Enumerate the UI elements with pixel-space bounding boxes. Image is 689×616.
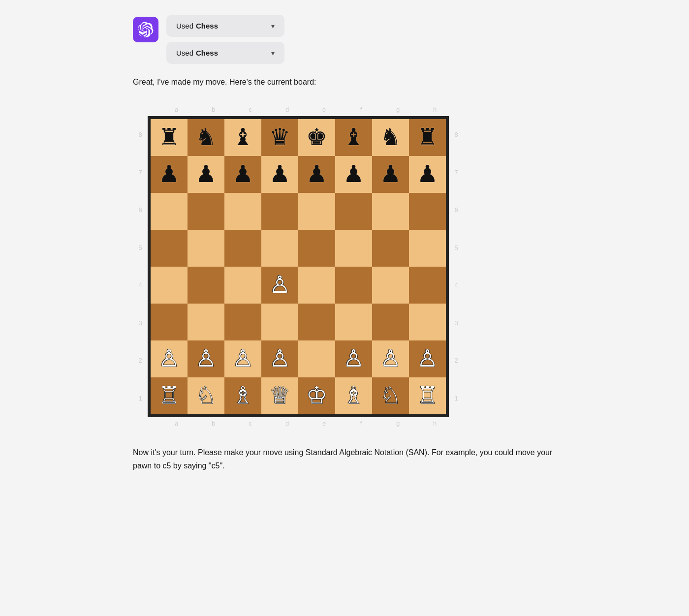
rank-label-4: 4: [136, 267, 145, 304]
cell-f8[interactable]: ♝: [335, 119, 372, 156]
page-container: Used Chess ▾ Used Chess ▾ Great, I've ma…: [123, 10, 566, 477]
cell-f2[interactable]: ♙: [335, 340, 372, 377]
rank-label-2-right: 2: [452, 342, 461, 379]
cell-h3[interactable]: [409, 304, 446, 340]
cell-b6[interactable]: [188, 193, 224, 230]
cell-g2[interactable]: ♙: [372, 340, 409, 377]
cell-g5[interactable]: [372, 230, 409, 267]
cell-c4[interactable]: [224, 267, 261, 304]
rank-label-4-right: 4: [452, 267, 461, 304]
tool-pill-2[interactable]: Used Chess ▾: [166, 42, 284, 64]
file-label-c-bottom: c: [232, 417, 269, 430]
cell-f5[interactable]: [335, 230, 372, 267]
cell-h6[interactable]: [409, 193, 446, 230]
cell-a1[interactable]: ♖: [151, 377, 188, 414]
cell-a4[interactable]: [151, 267, 188, 304]
cell-f1[interactable]: ♗: [335, 377, 372, 414]
board-row-2: ♙♙♙♙♙♙♙: [151, 340, 446, 377]
rank-label-8-right: 8: [452, 116, 461, 153]
chevron-down-icon-2: ▾: [271, 49, 275, 57]
cell-f6[interactable]: [335, 193, 372, 230]
chess-board-container: a b c d e f g h 8 7 6 5 4 3 2 1: [133, 103, 464, 430]
rank-label-5-right: 5: [452, 229, 461, 266]
tool-pill-2-text: Used Chess: [176, 49, 218, 57]
cell-d6[interactable]: [261, 193, 298, 230]
chevron-down-icon-1: ▾: [271, 22, 275, 30]
file-label-b-bottom: b: [195, 417, 232, 430]
file-labels-top: a b c d e f g h: [143, 103, 453, 116]
cell-d7[interactable]: ♟: [261, 156, 298, 193]
cell-e5[interactable]: [298, 230, 335, 267]
rank-label-6: 6: [136, 191, 145, 228]
cell-c5[interactable]: [224, 230, 261, 267]
cell-e1[interactable]: ♔: [298, 377, 335, 414]
cell-g7[interactable]: ♟: [372, 156, 409, 193]
cell-d3[interactable]: [261, 304, 298, 340]
cell-d2[interactable]: ♙: [261, 340, 298, 377]
cell-f7[interactable]: ♟: [335, 156, 372, 193]
cell-a7[interactable]: ♟: [151, 156, 188, 193]
cell-b8[interactable]: ♞: [188, 119, 224, 156]
cell-b2[interactable]: ♙: [188, 340, 224, 377]
cell-c2[interactable]: ♙: [224, 340, 261, 377]
cell-c1[interactable]: ♗: [224, 377, 261, 414]
file-label-f-top: f: [343, 103, 379, 116]
cell-a2[interactable]: ♙: [151, 340, 188, 377]
cell-g6[interactable]: [372, 193, 409, 230]
cell-d8[interactable]: ♛: [261, 119, 298, 156]
file-label-e-top: e: [306, 103, 343, 116]
cell-a3[interactable]: [151, 304, 188, 340]
cell-a8[interactable]: ♜: [151, 119, 188, 156]
cell-b5[interactable]: [188, 230, 224, 267]
cell-g3[interactable]: [372, 304, 409, 340]
cell-f4[interactable]: [335, 267, 372, 304]
cell-d5[interactable]: [261, 230, 298, 267]
cell-f3[interactable]: [335, 304, 372, 340]
cell-h2[interactable]: ♙: [409, 340, 446, 377]
cell-a5[interactable]: [151, 230, 188, 267]
rank-label-6-right: 6: [452, 191, 461, 228]
file-labels-bottom: a b c d e f g h: [143, 417, 453, 430]
cell-c8[interactable]: ♝: [224, 119, 261, 156]
file-label-c-top: c: [232, 103, 269, 116]
cell-a6[interactable]: [151, 193, 188, 230]
cell-b4[interactable]: [188, 267, 224, 304]
rank-label-7-right: 7: [452, 154, 461, 191]
tool-pill-1[interactable]: Used Chess ▾: [166, 15, 284, 37]
cell-g1[interactable]: ♘: [372, 377, 409, 414]
board-row-5: [151, 230, 446, 267]
cell-h5[interactable]: [409, 230, 446, 267]
board-row-7: ♟♟♟♟♟♟♟♟: [151, 156, 446, 193]
cell-e7[interactable]: ♟: [298, 156, 335, 193]
file-label-e-bottom: e: [306, 417, 343, 430]
cell-b1[interactable]: ♘: [188, 377, 224, 414]
cell-h1[interactable]: ♖: [409, 377, 446, 414]
file-label-a-bottom: a: [158, 417, 195, 430]
cell-c3[interactable]: [224, 304, 261, 340]
file-label-b-top: b: [195, 103, 232, 116]
file-label-d-top: d: [269, 103, 306, 116]
cell-c6[interactable]: [224, 193, 261, 230]
cell-g4[interactable]: [372, 267, 409, 304]
cell-e4[interactable]: [298, 267, 335, 304]
cell-h7[interactable]: ♟: [409, 156, 446, 193]
cell-e6[interactable]: [298, 193, 335, 230]
rank-label-3: 3: [136, 305, 145, 341]
board-row-8: ♜♞♝♛♚♝♞♜: [151, 119, 446, 156]
cell-g8[interactable]: ♞: [372, 119, 409, 156]
cell-e8[interactable]: ♚: [298, 119, 335, 156]
file-label-a-top: a: [158, 103, 195, 116]
cell-d1[interactable]: ♕: [261, 377, 298, 414]
cell-e2[interactable]: [298, 340, 335, 377]
cell-b7[interactable]: ♟: [188, 156, 224, 193]
cell-h8[interactable]: ♜: [409, 119, 446, 156]
file-label-d-bottom: d: [269, 417, 306, 430]
cell-b3[interactable]: [188, 304, 224, 340]
rank-label-1: 1: [136, 380, 145, 417]
cell-h4[interactable]: [409, 267, 446, 304]
cell-d4[interactable]: ♙: [261, 267, 298, 304]
message-below-board: Now it's your turn. Please make your mov…: [133, 446, 556, 472]
tool-pill-1-prefix: Used: [176, 22, 193, 30]
cell-c7[interactable]: ♟: [224, 156, 261, 193]
cell-e3[interactable]: [298, 304, 335, 340]
